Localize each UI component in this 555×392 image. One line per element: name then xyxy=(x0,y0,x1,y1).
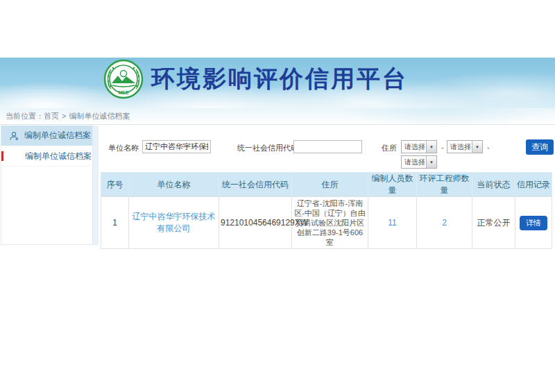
address-district-select[interactable]: 请选择 ▼ xyxy=(401,155,437,169)
search-form: 单位名称 ： 统一社会信用代码 ： 住所 ： 请选择 ▼ - 请选择 ▼ - 请… xyxy=(99,126,555,171)
address-city-select[interactable]: 请选择 ▼ xyxy=(447,140,483,153)
col-header-staff-count: 编制人员数量 xyxy=(368,173,417,197)
col-header-credit-code: 统一社会信用代码 xyxy=(219,173,292,197)
select-separator: - xyxy=(441,143,444,151)
col-header-status: 当前状态 xyxy=(472,173,515,197)
sidebar-divider-strip xyxy=(93,126,99,245)
sidebar-header-label: 编制单位诚信档案 xyxy=(24,130,91,142)
user-icon xyxy=(9,131,19,141)
header-banner: MEE 环境影响评价信用平台 xyxy=(0,58,555,108)
breadcrumb-separator: > xyxy=(62,112,66,120)
unit-name-link[interactable]: 辽宁中咨华宇环保技术有限公司 xyxy=(133,212,216,233)
credit-code-input[interactable] xyxy=(293,140,362,153)
district-select-value: 请选择 xyxy=(402,156,426,168)
col-header-index: 序号 xyxy=(101,173,129,197)
results-table: 序号 单位名称 统一社会信用代码 住所 编制人员数量 环评工程师数量 当前状态 … xyxy=(101,172,552,249)
results-table-wrap: 序号 单位名称 统一社会信用代码 住所 编制人员数量 环评工程师数量 当前状态 … xyxy=(101,172,552,249)
status-cell: 正常公开 xyxy=(472,197,515,249)
col-header-address: 住所 xyxy=(292,173,368,197)
table-header-row: 序号 单位名称 统一社会信用代码 住所 编制人员数量 环评工程师数量 当前状态 … xyxy=(101,173,552,197)
engineer-count-link[interactable]: 2 xyxy=(442,218,447,228)
credit-code-cell: 9121010456469129XW xyxy=(219,197,292,249)
city-select-value: 请选择 xyxy=(447,141,472,153)
content-area: 编制单位诚信档案 编制单位诚信档案 单位名称 ： 统一社会信用代码 ： 住所 ：… xyxy=(0,126,555,392)
chevron-down-icon: ▼ xyxy=(426,141,436,153)
mee-logo-icon: MEE xyxy=(103,58,144,100)
col-header-credit-record: 信用记录 xyxy=(515,173,552,197)
address-province-select[interactable]: 请选择 ▼ xyxy=(401,140,437,153)
row-index-cell: 1 xyxy=(101,197,129,249)
sidebar-item-label: 编制单位诚信档案 xyxy=(25,151,92,161)
table-row: 1 辽宁中咨华宇环保技术有限公司 9121010456469129XW 辽宁省-… xyxy=(101,197,552,249)
address-cell: 辽宁省-沈阳市-浑南区-中国（辽宁）自由贸易试验区沈阳片区创新二路39-1号60… xyxy=(292,197,368,249)
breadcrumb-prefix: 当前位置： xyxy=(6,112,44,120)
brand: MEE 环境影响评价信用平台 xyxy=(103,58,408,100)
select-separator: - xyxy=(487,143,490,151)
breadcrumb-current: 编制单位诚信档案 xyxy=(69,112,130,120)
active-item-marker xyxy=(1,151,3,161)
province-select-value: 请选择 xyxy=(402,141,426,153)
unit-name-input[interactable] xyxy=(142,140,211,153)
col-header-unit-name: 单位名称 xyxy=(129,173,219,197)
svg-text:MEE: MEE xyxy=(118,90,129,95)
breadcrumb-home-link[interactable]: 首页 xyxy=(44,112,59,120)
detail-button[interactable]: 详情 xyxy=(520,216,547,230)
main-panel: 单位名称 ： 统一社会信用代码 ： 住所 ： 请选择 ▼ - 请选择 ▼ - 请… xyxy=(99,126,555,392)
search-button[interactable]: 查询 xyxy=(526,139,554,155)
sidebar-item-unit-credit-archive[interactable]: 编制单位诚信档案 xyxy=(1,146,92,167)
sidebar-header-unit-credit-archive[interactable]: 编制单位诚信档案 xyxy=(1,126,92,146)
staff-count-link[interactable]: 11 xyxy=(388,218,396,228)
page-title: 环境影响评价信用平台 xyxy=(151,63,408,95)
col-header-engineer-count: 环评工程师数量 xyxy=(417,173,472,197)
sidebar: 编制单位诚信档案 编制单位诚信档案 xyxy=(1,126,93,245)
chevron-down-icon: ▼ xyxy=(426,156,436,168)
breadcrumb: 当前位置：首页>编制单位诚信档案 xyxy=(6,108,130,125)
chevron-down-icon: ▼ xyxy=(472,141,482,153)
